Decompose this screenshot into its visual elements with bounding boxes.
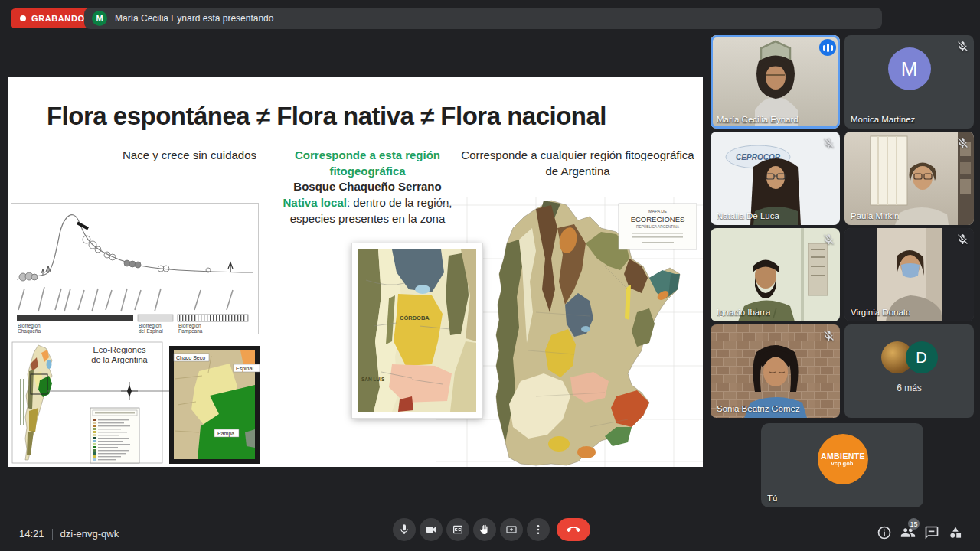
svg-text:ECOREGIONES: ECOREGIONES	[631, 215, 685, 223]
logo-line1: AMBIENTE	[821, 452, 865, 461]
mic-off-icon	[956, 233, 969, 246]
svg-text:MAPA DE: MAPA DE	[648, 209, 667, 214]
activities-button[interactable]	[947, 524, 964, 541]
participants-count-badge: 15	[908, 518, 920, 530]
camera-button[interactable]	[420, 518, 443, 541]
mic-off-icon	[956, 40, 969, 53]
svg-text:Eco-Regiones: Eco-Regiones	[93, 345, 146, 354]
tile-monica-martinez[interactable]: M Monica Martinez	[844, 35, 974, 129]
presenting-banner: M María Cecilia Eynard está presentando	[84, 8, 882, 29]
slide-col2-subheading: Bosque Chaqueño Serrano	[260, 179, 475, 195]
call-controls	[393, 518, 590, 541]
logo-line2: vcp gob.	[831, 461, 855, 468]
svg-text:Chaco Seco: Chaco Seco	[176, 355, 205, 360]
recording-dot-icon	[20, 15, 26, 21]
mic-off-icon	[822, 329, 835, 342]
recording-indicator: GRABANDO	[11, 8, 94, 28]
tile-maria-cecilia-eynard[interactable]: María Cecilia Eynard	[710, 35, 840, 129]
svg-text:CÓRDOBA: CÓRDOBA	[400, 315, 430, 321]
svg-text:Pampa: Pampa	[217, 431, 234, 437]
presenting-text: María Cecilia Eynard está presentando	[115, 13, 273, 24]
tile-sonia-beatriz-gomez[interactable]: Sonia Beatriz Gómez	[710, 324, 840, 418]
participants-button[interactable]: 15	[900, 524, 916, 541]
participant-grid: María Cecilia Eynard M Monica Martinez C…	[710, 35, 974, 418]
divider	[52, 529, 53, 540]
audio-level-indicator	[819, 39, 836, 56]
svg-text:REPÚBLICA ARGENTINA: REPÚBLICA ARGENTINA	[636, 224, 680, 229]
ecoregions-argentina-map: Eco-Regiones de la Argentina	[11, 341, 260, 465]
self-avatar-logo: AMBIENTE vcp gob.	[818, 434, 868, 484]
tile-ignacio-ibarra[interactable]: Ignacio Ibarra	[710, 228, 840, 321]
svg-text:SAN LUIS: SAN LUIS	[361, 377, 385, 382]
shared-screen-slide: Flora espontánea ≠ Flora nativa ≠ Flora …	[8, 77, 703, 467]
mic-off-icon	[956, 136, 969, 149]
participant-avatar: M	[888, 47, 931, 90]
overflow-avatars: D	[844, 341, 974, 373]
mic-off-icon	[822, 233, 835, 246]
more-options-button[interactable]	[527, 518, 550, 541]
slide-column-nacional: Corresponde a cualquier región fitogeogr…	[461, 148, 694, 179]
meeting-panels: 15	[876, 524, 964, 541]
tile-paula-mirkin[interactable]: Paula Mirkin	[844, 132, 974, 225]
overflow-count-label: 6 más	[844, 383, 974, 393]
mic-off-icon	[822, 136, 835, 149]
big-map-title-block: MAPA DE ECOREGIONES REPÚBLICA ARGENTINA	[619, 204, 697, 249]
participant-name: Ignacio Ibarra	[717, 308, 770, 317]
slide-title: Flora espontánea ≠ Flora nativa ≠ Flora …	[23, 102, 630, 131]
present-button[interactable]	[500, 518, 523, 541]
inset-region-map: Chaco Seco Espinal Pampa	[172, 348, 260, 461]
cordoba-inset-frame: CÓRDOBA SAN LUIS	[352, 243, 482, 418]
clock: 14:21	[19, 528, 44, 540]
meeting-code: dzi-envg-qwk	[60, 528, 119, 540]
meeting-details-button[interactable]	[876, 524, 893, 541]
recording-label: GRABANDO	[31, 14, 85, 23]
leave-call-button[interactable]	[557, 518, 590, 541]
svg-text:Espinal: Espinal	[236, 366, 253, 372]
participant-name: Natalia De Luca	[717, 211, 779, 220]
participant-name: María Cecilia Eynard	[717, 115, 799, 124]
map-legend	[90, 408, 139, 463]
tile-more-participants[interactable]: D 6 más	[844, 324, 974, 418]
tile-natalia-de-luca[interactable]: CEPROCOR Natalia De Luca	[710, 132, 840, 225]
svg-text:del Espinal: del Espinal	[139, 328, 163, 334]
svg-text:de la Argentina: de la Argentina	[91, 355, 148, 364]
slide-col2-heading: Corresponde a esta región fitogeográfica	[260, 148, 475, 179]
slide-col2-term: Nativa local	[283, 196, 347, 209]
tile-virginia-donato[interactable]: Virginia Donato	[844, 228, 974, 321]
raise-hand-button[interactable]	[473, 518, 496, 541]
self-label: Tú	[767, 494, 777, 503]
participant-name: Monica Martinez	[851, 115, 915, 124]
meeting-info: 14:21 dzi-envg-qwk	[19, 528, 119, 540]
chat-button[interactable]	[923, 524, 940, 541]
participant-name: Virginia Donato	[851, 308, 910, 317]
svg-text:Pampeana: Pampeana	[178, 328, 203, 334]
captions-button[interactable]	[446, 518, 469, 541]
svg-text:Chaqueña: Chaqueña	[18, 328, 41, 334]
overflow-avatar-letter: D	[906, 341, 938, 373]
presenter-avatar: M	[92, 11, 107, 26]
elevation-transect-diagram: Biorregión Chaqueña Biorregión del Espin…	[11, 203, 259, 334]
mic-button[interactable]	[393, 518, 416, 541]
participant-name: Paula Mirkin	[851, 211, 899, 220]
participant-name: Sonia Beatriz Gómez	[717, 404, 800, 413]
self-view-tile[interactable]: AMBIENTE vcp gob. Tú	[761, 423, 923, 507]
